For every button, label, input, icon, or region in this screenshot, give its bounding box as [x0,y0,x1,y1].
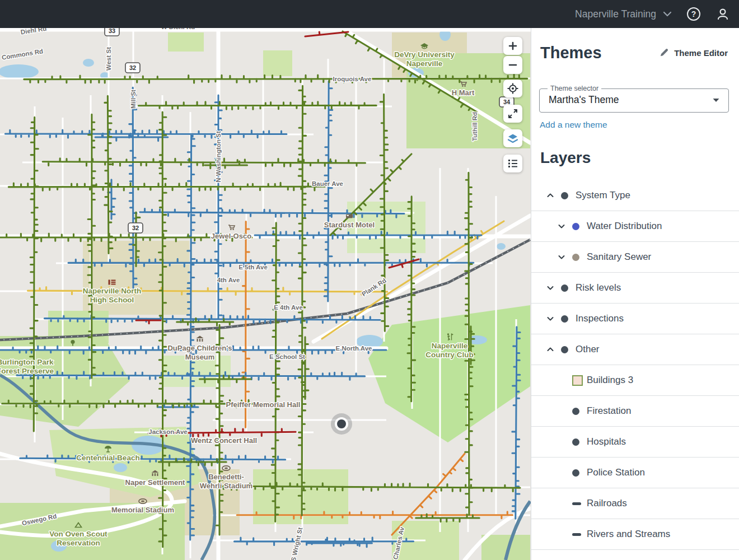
expand-icon [507,108,518,119]
layer-symbol-dot [561,315,576,323]
chevron-down-icon[interactable] [558,222,572,230]
user-icon [715,7,730,21]
map-canvas[interactable]: 33323432Diehl RdW Diehl RdCommons RdWest… [0,28,531,560]
map-pin[interactable] [331,413,352,435]
legend-list-icon [507,158,518,169]
layer-row-rivers-and-streams[interactable]: Rivers and Streams [531,519,739,550]
layer-row-hospitals[interactable]: Hospitals [531,427,739,458]
layer-row-system-type[interactable]: System Type [531,180,739,211]
chevron-down-icon[interactable] [546,284,561,292]
svg-text:33: 33 [109,28,115,34]
legend-button[interactable] [503,155,522,172]
layer-row-inspections[interactable]: Inspections [531,304,739,334]
theme-selected-value: Martha's Theme [549,94,619,106]
help-icon: ? [686,7,701,21]
basemap-layers-button[interactable] [503,129,522,147]
layer-label: Railroads [587,498,627,509]
account-button[interactable] [715,7,730,21]
theme-editor-label: Theme Editor [674,48,728,58]
locate-button[interactable] [503,80,522,97]
workspace-label: Naperville Training [575,8,656,20]
layer-row-water-distribution[interactable]: Water Distribution [531,211,739,242]
route-shield: 33 [105,28,119,36]
layer-symbol-dot [572,408,587,415]
pencil-icon [660,48,669,58]
layer-symbol-dot [561,284,576,292]
svg-text:32: 32 [132,225,139,231]
layer-row-firestation[interactable]: Firestation [531,396,739,427]
layers-list: System TypeWater DistributionSanitary Se… [531,180,739,550]
layer-symbol-dot [572,469,587,477]
chevron-up-icon[interactable] [546,192,561,199]
layer-row-police-station[interactable]: Police Station [531,458,739,488]
layer-label: Inspections [576,313,624,324]
themes-panel: Themes Theme Editor Theme selector Marth… [531,28,739,560]
svg-text:32: 32 [129,64,136,71]
layers-title: Layers [540,149,730,167]
layer-label: Police Station [587,467,645,478]
route-shield: 32 [128,223,143,233]
layer-row-risk-levels[interactable]: Risk levels [531,273,739,304]
chevron-down-icon[interactable] [558,253,572,261]
layer-label: Other [576,344,600,355]
theme-editor-button[interactable]: Theme Editor [660,48,728,58]
layer-row-buildings-3[interactable]: Buildings 3 [531,365,739,396]
dropdown-arrow-icon [713,98,719,102]
layer-symbol-dot [572,223,587,230]
layer-symbol-line [572,502,587,505]
layer-label: Hospitals [587,436,626,447]
layer-symbol-dot [572,438,587,446]
layers-icon [507,133,519,144]
layer-label: Firestation [587,405,631,417]
layer-label: Buildings 3 [587,375,633,386]
minus-icon [507,59,518,71]
layer-symbol-dot [561,192,576,199]
layer-label: Risk levels [576,282,621,293]
layer-label: System Type [576,190,630,201]
workspace-menu[interactable]: Naperville Training [575,8,672,20]
top-bar: Naperville Training ? [0,0,739,28]
plus-icon [507,40,518,52]
layer-row-railroads[interactable]: Railroads [531,488,739,519]
map-controls [503,37,522,172]
route-shield: 32 [125,63,140,73]
layer-row-other[interactable]: Other [531,334,739,365]
chevron-down-icon[interactable] [546,315,561,323]
expand-button[interactable] [503,105,522,123]
layer-label: Water Distribution [587,221,662,232]
panel-title: Themes [540,44,602,62]
svg-text:?: ? [691,10,696,18]
layer-symbol-line [572,533,587,536]
zoom-out-button[interactable] [503,56,522,74]
layer-symbol-square [572,375,587,386]
chevron-up-icon[interactable] [546,346,561,353]
layer-symbol-dot [572,254,587,261]
locate-icon [507,82,519,95]
theme-selector[interactable]: Theme selector Martha's Theme [539,85,729,113]
layer-label: Rivers and Streams [587,529,670,540]
zoom-in-button[interactable] [503,37,522,55]
theme-selector-label: Theme selector [548,85,601,92]
layer-symbol-dot [561,346,576,353]
help-button[interactable]: ? [686,7,701,21]
chevron-down-icon [663,11,672,17]
add-theme-link[interactable]: Add a new theme [540,120,607,130]
layer-row-sanitary-sewer[interactable]: Sanitary Sewer [531,242,739,273]
layer-label: Sanitary Sewer [587,251,651,263]
